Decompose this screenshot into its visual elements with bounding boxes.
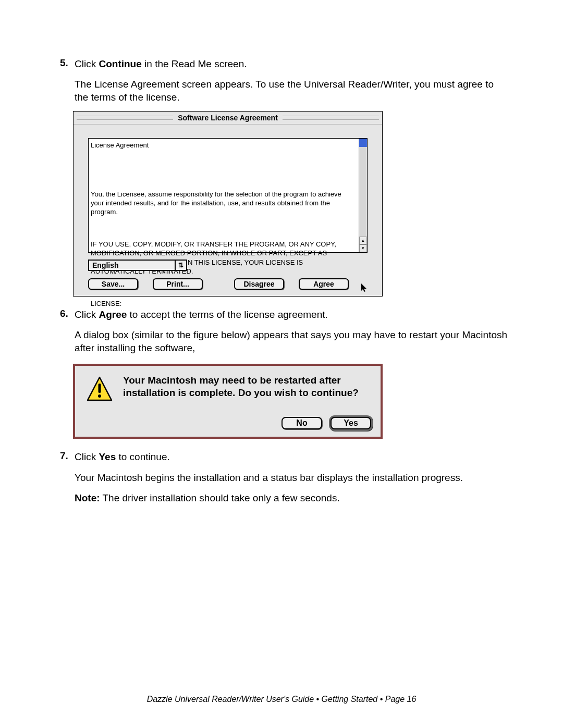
language-select-value: English (92, 261, 119, 269)
warning-icon (87, 376, 113, 402)
text: in the Read Me screen. (142, 58, 247, 69)
text: to continue. (116, 451, 170, 462)
yes-button[interactable]: Yes (331, 417, 371, 429)
svg-marker-0 (361, 283, 366, 292)
step-6-line2: A dialog box (similar to the figure belo… (75, 328, 508, 354)
step-7-note: Note: The driver installation should tak… (75, 491, 508, 504)
step-5-number: 5. (60, 57, 68, 69)
restart-message: Your Macintosh may need to be restarted … (123, 374, 371, 402)
svg-rect-2 (99, 384, 101, 393)
step-5-line2: The License Agreement screen appears. To… (75, 78, 508, 104)
continue-bold: Continue (99, 58, 141, 69)
step-6-number: 6. (60, 308, 68, 319)
chevron-updown-icon: ⇅ (175, 261, 186, 270)
yes-bold: Yes (99, 451, 116, 462)
agree-bold: Agree (99, 309, 127, 320)
no-button[interactable]: No (282, 417, 322, 429)
step-7-line2: Your Macintosh begins the installation a… (75, 471, 508, 484)
step-5: 5. Click Continue in the Read Me screen.… (60, 57, 508, 297)
page-footer: Dazzle Universal Reader/Writer User's Gu… (0, 695, 563, 704)
license-text-area: License Agreement You, the Licensee, ass… (88, 138, 368, 253)
scroll-thumb[interactable] (359, 139, 367, 147)
text: to accept the terms of the license agree… (127, 309, 327, 320)
scroll-up-icon[interactable]: ▴ (359, 237, 367, 244)
note-text: The driver installation should take only… (100, 492, 340, 503)
text: Click (75, 58, 99, 69)
license-dialog: Software License Agreement License Agree… (73, 111, 383, 297)
license-p3: LICENSE: (91, 299, 354, 308)
restart-dialog: Your Macintosh may need to be restarted … (73, 364, 383, 439)
svg-point-3 (98, 394, 101, 398)
step-7-number: 7. (60, 450, 68, 462)
step-6: 6. Click Agree to accept the terms of th… (60, 308, 508, 439)
cursor-icon (361, 283, 368, 292)
scrollbar[interactable]: ▴ ▾ (359, 139, 367, 252)
note-bold: Note: (75, 492, 100, 503)
step-5-line1: Click Continue in the Read Me screen. (75, 57, 508, 70)
restart-button-row: No Yes (87, 417, 371, 429)
scroll-down-icon[interactable]: ▾ (359, 244, 367, 252)
language-select[interactable]: English ⇅ (88, 260, 187, 271)
license-heading: License Agreement (91, 141, 354, 150)
step-7-line1: Click Yes to continue. (75, 450, 508, 463)
text: Click (75, 309, 99, 320)
text: Click (75, 451, 99, 462)
step-7: 7. Click Yes to continue. Your Macintosh… (60, 450, 508, 504)
license-p1: You, the Licensee, assume responsibility… (91, 190, 354, 216)
license-titlebar: Software License Agreement (74, 112, 382, 125)
step-6-line1: Click Agree to accept the terms of the l… (75, 308, 508, 321)
